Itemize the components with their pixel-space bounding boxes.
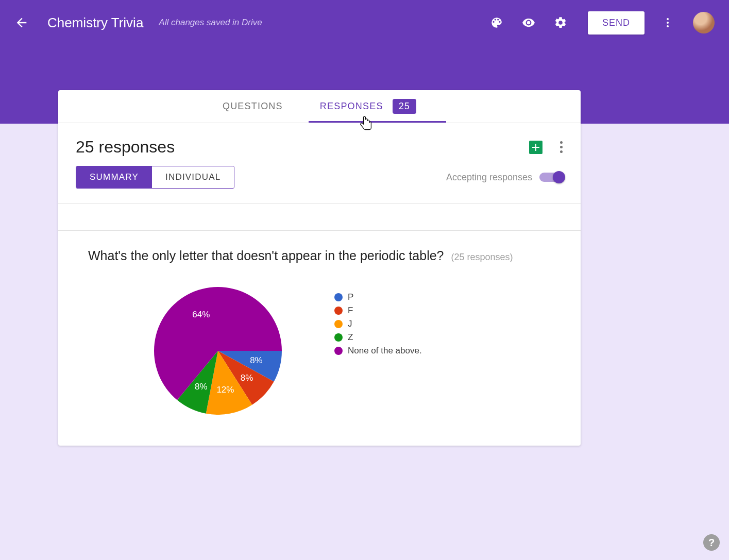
legend-item: None of the above. [334,346,422,356]
legend-item: J [334,319,422,329]
pie-chart: 8%8%12%8%64% [154,287,282,415]
account-avatar[interactable] [693,12,715,33]
legend-swatch [334,293,343,301]
palette-icon[interactable] [490,16,503,29]
topbar: Chemistry Trivia All changes saved in Dr… [0,0,729,45]
legend-label: Z [348,332,353,343]
pie-slice-label: 64% [192,310,210,320]
preview-eye-icon[interactable] [522,16,535,29]
legend-item: F [334,306,422,316]
view-toggle: SUMMARY INDIVIDUAL [76,166,234,189]
main-card: QUESTIONS RESPONSES 25 25 responses SUMM… [58,90,581,446]
legend-item: Z [334,332,422,343]
tabs: QUESTIONS RESPONSES 25 [58,90,581,123]
save-status: All changes saved in Drive [159,18,262,28]
legend-label: None of the above. [348,346,422,356]
more-vert-icon[interactable] [661,16,674,29]
back-arrow-icon[interactable] [14,15,29,30]
question-block: What's the only letter that doesn't appe… [58,231,581,446]
tab-questions[interactable]: QUESTIONS [214,90,291,123]
question-count: (25 responses) [451,252,513,263]
legend-item: P [334,292,422,302]
pie-slice-label: 8% [241,373,253,383]
responses-count-title: 25 responses [76,138,175,157]
pie-slice-label: 12% [216,385,234,395]
legend-swatch [334,333,343,342]
pie-legend: P F J Z None of the above. [334,292,422,359]
help-icon[interactable]: ? [703,534,720,551]
svg-point-1 [667,22,669,24]
summary-button[interactable]: SUMMARY [76,166,152,188]
legend-swatch [334,320,343,328]
question-text: What's the only letter that doesn't appe… [88,248,444,263]
accepting-responses-label: Accepting responses [446,172,532,183]
legend-label: F [348,306,353,316]
responses-controls: SUMMARY INDIVIDUAL Accepting responses [58,166,581,203]
cursor-hand-icon [359,115,375,134]
responses-badge: 25 [393,99,416,114]
individual-button[interactable]: INDIVIDUAL [152,166,234,188]
accepting-responses-toggle[interactable] [539,173,563,182]
chart-area: 8%8%12%8%64% P F J Z None of the above. [88,287,551,415]
spacer [58,203,581,230]
responses-header: 25 responses [58,123,581,166]
legend-swatch [334,347,343,355]
legend-swatch [334,307,343,315]
pie-slice-label: 8% [195,382,208,392]
responses-more-icon[interactable] [557,138,563,156]
settings-gear-icon[interactable] [554,16,567,29]
sheets-icon[interactable] [529,141,542,154]
send-button[interactable]: SEND [588,11,645,35]
svg-point-2 [667,25,669,27]
legend-label: P [348,292,353,302]
pie-slice-label: 8% [250,355,263,366]
legend-label: J [348,319,352,329]
form-title[interactable]: Chemistry Trivia [47,15,143,31]
svg-point-0 [667,18,669,20]
tab-responses-label: RESPONSES [320,101,383,112]
